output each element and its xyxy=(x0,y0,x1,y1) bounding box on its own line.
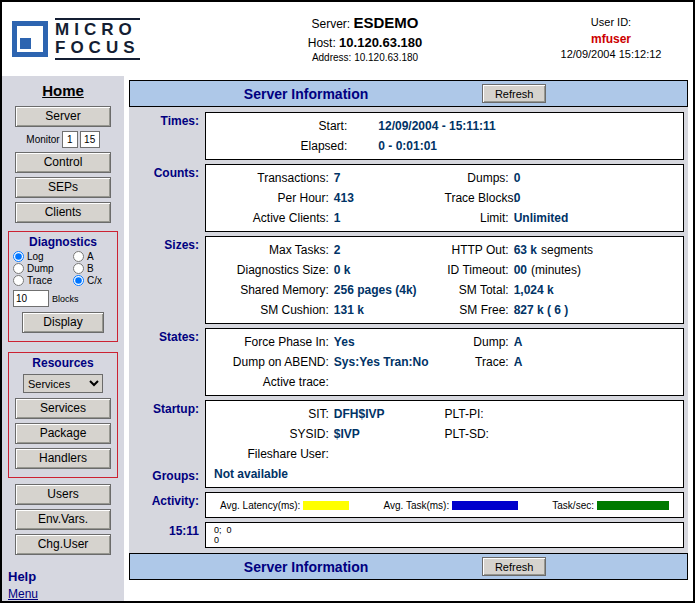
avg-task-bar xyxy=(452,501,518,510)
sm-total-label: SM Total: xyxy=(445,280,514,300)
per-hour-label: Per Hour: xyxy=(214,188,334,208)
sm-cushion-label: SM Cushion: xyxy=(214,300,334,320)
class-a-radio-label: A xyxy=(87,251,94,262)
sidebar: Home Server Monitor Control SEPs Clients… xyxy=(2,76,124,601)
activity-box: Avg. Latency(ms): Avg. Task(ms): Task/se… xyxy=(205,492,684,518)
resources-group: Resources Services Services Package Hand… xyxy=(8,352,118,478)
blocks-label: Blocks xyxy=(52,294,79,304)
max-tasks-value: 2 xyxy=(334,240,341,260)
server-button[interactable]: Server xyxy=(15,106,111,127)
trace-radio-label: Trace xyxy=(27,275,52,286)
avg-latency-label: Avg. Latency(ms): xyxy=(220,500,300,511)
server-label: Server: xyxy=(311,17,350,31)
avg-latency-bar xyxy=(303,501,349,510)
trace-radio-option[interactable]: Trace xyxy=(13,275,73,286)
avg-task-legend: Avg. Task(ms): xyxy=(383,500,518,511)
home-link[interactable]: Home xyxy=(42,82,84,99)
page-title: Server Information xyxy=(130,86,482,102)
diagnostics-radios: Log A Dump B xyxy=(13,251,113,286)
max-tasks-label: Max Tasks: xyxy=(214,240,334,260)
help-heading: Help xyxy=(8,569,36,584)
startup-box: SIT:DFH$IVP PLT-PI: SYSID:$IVP PLT-SD: F… xyxy=(205,400,684,488)
log-radio[interactable] xyxy=(13,251,24,262)
display-button[interactable]: Display xyxy=(22,312,104,333)
class-a-radio[interactable] xyxy=(73,251,84,262)
chguser-button[interactable]: Chg.User xyxy=(15,534,111,555)
active-trace-label: Active trace: xyxy=(214,372,334,392)
sysid-value: $IVP xyxy=(334,424,360,444)
trace-radio[interactable] xyxy=(13,275,24,286)
states-label: States: xyxy=(129,327,205,399)
page: MICRO FOCUS Server: ESDEMO Host: 10.120.… xyxy=(0,0,695,603)
footer-title: Server Information xyxy=(130,559,482,575)
users-button[interactable]: Users xyxy=(15,484,111,505)
avg-latency-legend: Avg. Latency(ms): xyxy=(220,500,349,511)
blocks-input[interactable] xyxy=(13,290,49,307)
package-button[interactable]: Package xyxy=(15,423,111,444)
services-button[interactable]: Services xyxy=(15,398,111,419)
server-information-table: Server Information Refresh Times: Start:… xyxy=(129,80,688,580)
dump-on-abend-label: Dump on ABEND: xyxy=(214,352,334,372)
envvars-button[interactable]: Env.Vars. xyxy=(15,509,111,530)
counts-label: Counts: xyxy=(129,163,205,235)
time-sample-row: 15:11 0; 0 0 xyxy=(129,521,688,551)
http-out-suffix: segments xyxy=(541,240,593,260)
active-clients-value: 1 xyxy=(334,208,341,228)
class-cx-radio-option[interactable]: C/x xyxy=(73,275,113,286)
groups-label: Groups: xyxy=(129,469,199,483)
clients-button[interactable]: Clients xyxy=(15,202,111,223)
limit-value: Unlimited xyxy=(514,208,569,228)
resources-select[interactable]: Services xyxy=(23,374,103,393)
monitor-interval-input[interactable] xyxy=(62,131,78,148)
control-button[interactable]: Control xyxy=(15,152,111,173)
limit-label: Limit: xyxy=(445,208,514,228)
dump-radio[interactable] xyxy=(13,263,24,274)
login-timestamp: 12/09/2004 15:12:12 xyxy=(543,47,679,62)
sizes-box: Max Tasks:2 HTTP Out:63 ksegments Diagno… xyxy=(205,236,684,324)
monitor-count-input[interactable] xyxy=(80,131,100,148)
seps-button[interactable]: SEPs xyxy=(15,177,111,198)
refresh-button[interactable]: Refresh xyxy=(482,84,546,103)
log-radio-label: Log xyxy=(27,251,44,262)
activity-label: Activity: xyxy=(129,491,205,521)
dump-radio-option[interactable]: Dump xyxy=(13,263,73,274)
time-sample-label: 15:11 xyxy=(129,521,205,551)
class-cx-radio-label: C/x xyxy=(87,275,102,286)
sizes-label: Sizes: xyxy=(129,235,205,327)
time-sample-line1: 0; 0 xyxy=(214,525,675,535)
content: Home Server Monitor Control SEPs Clients… xyxy=(2,76,693,601)
states-row: States: Force Phase In:Yes Dump:A Dump o… xyxy=(129,327,688,399)
blocks-row: Blocks xyxy=(13,290,113,307)
trace-blocks-value: 0 xyxy=(514,188,521,208)
sit-label: SIT: xyxy=(214,404,334,424)
sit-value: DFH$IVP xyxy=(334,404,385,424)
trace-state-label: Trace: xyxy=(445,352,514,372)
force-phase-in-label: Force Phase In: xyxy=(214,332,334,352)
times-label: Times: xyxy=(129,111,205,163)
groups-value: Not available xyxy=(214,464,675,484)
task-per-sec-bar xyxy=(597,501,669,510)
dump-state-label: Dump: xyxy=(445,332,514,352)
class-b-radio[interactable] xyxy=(73,263,84,274)
times-box: Start: 12/09/2004 - 15:11:11 Elapsed: 0 … xyxy=(205,112,684,160)
http-out-label: HTTP Out: xyxy=(445,240,514,260)
header: MICRO FOCUS Server: ESDEMO Host: 10.120.… xyxy=(2,2,693,76)
class-cx-radio[interactable] xyxy=(73,275,84,286)
refresh-button-bottom[interactable]: Refresh xyxy=(482,557,546,576)
monitor-label: Monitor xyxy=(26,134,59,145)
class-b-radio-option[interactable]: B xyxy=(73,263,113,274)
sm-free-value: 827 k ( 6 ) xyxy=(514,300,569,320)
trace-blocks-label: Trace Blocks: xyxy=(445,188,514,208)
log-radio-option[interactable]: Log xyxy=(13,251,73,262)
class-a-radio-option[interactable]: A xyxy=(73,251,113,262)
user-id-value: mfuser xyxy=(543,31,679,48)
server-info-header-bar: Server Information Refresh xyxy=(129,80,688,107)
host-value: 10.120.63.180 xyxy=(339,35,422,50)
microfocus-logo: MICRO FOCUS xyxy=(2,18,187,61)
monitor-row: Monitor xyxy=(26,131,99,148)
id-timeout-label: ID Timeout: xyxy=(445,260,514,280)
menu-link[interactable]: Menu xyxy=(8,587,38,601)
handlers-button[interactable]: Handlers xyxy=(15,448,111,469)
address-label: Address: xyxy=(312,52,351,63)
transactions-value: 7 xyxy=(334,168,341,188)
